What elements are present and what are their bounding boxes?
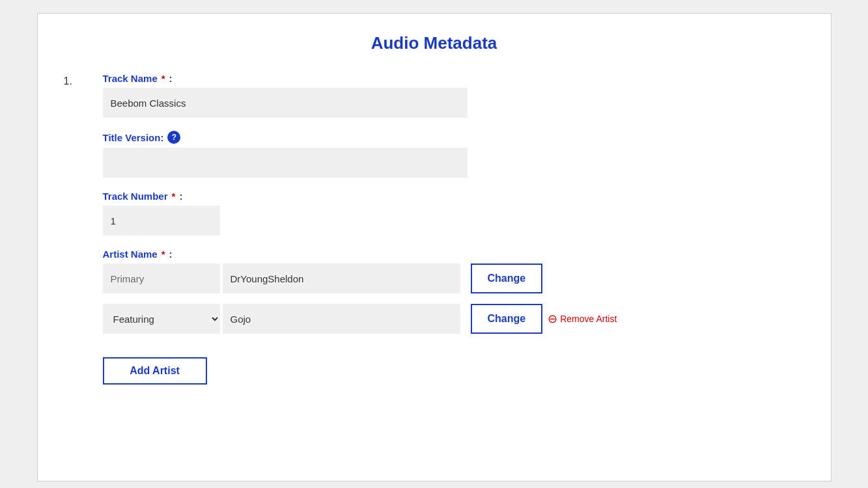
remove-artist-icon: ⊖ — [548, 313, 557, 325]
featuring-artist-name-input[interactable] — [223, 304, 460, 334]
artist-name-group: Artist Name*: Change Primary Featuring C… — [103, 249, 805, 385]
form-section: 1. Track Name*: Title Version: ? — [64, 73, 805, 398]
track-name-label-text: Track Name — [103, 73, 158, 84]
primary-artist-row: Change — [103, 264, 805, 293]
track-name-required: * — [161, 73, 165, 84]
track-name-input[interactable] — [103, 88, 468, 118]
track-number-label-text: Track Number — [103, 191, 168, 202]
artist-name-label: Artist Name*: — [103, 249, 805, 260]
page-title: Audio Metadata — [64, 33, 805, 53]
track-number-input[interactable] — [103, 206, 220, 236]
add-artist-button[interactable]: Add Artist — [103, 357, 207, 385]
featuring-artist-change-button[interactable]: Change — [471, 304, 543, 334]
track-name-group: Track Name*: — [103, 73, 805, 118]
track-number-required: * — [172, 191, 176, 202]
track-number-colon: : — [179, 191, 182, 202]
primary-artist-name-input[interactable] — [223, 264, 460, 293]
primary-artist-change-button[interactable]: Change — [471, 264, 543, 293]
track-name-label: Track Name*: — [103, 73, 805, 84]
featuring-artist-type-select[interactable]: Primary Featuring Composer Lyricist Remi… — [103, 304, 220, 334]
title-version-group: Title Version: ? — [103, 131, 805, 178]
page-container: Audio Metadata 1. Track Name*: Title Ver… — [37, 13, 832, 481]
featuring-artist-row: Primary Featuring Composer Lyricist Remi… — [103, 304, 805, 334]
title-version-label: Title Version: ? — [103, 131, 805, 144]
remove-artist-label: Remove Artist — [560, 314, 617, 324]
track-name-colon: : — [169, 73, 173, 84]
track-number-label: Track Number*: — [103, 191, 805, 202]
form-fields: Track Name*: Title Version: ? Track Numb… — [103, 73, 805, 398]
title-version-input[interactable] — [103, 148, 468, 178]
artist-name-label-text: Artist Name — [103, 249, 158, 260]
track-number-group: Track Number*: — [103, 191, 805, 236]
remove-artist-button[interactable]: ⊖ Remove Artist — [548, 313, 617, 325]
artist-name-colon: : — [169, 249, 173, 260]
primary-artist-type-input — [103, 264, 220, 293]
item-number: 1. — [64, 73, 103, 87]
title-version-label-text: Title Version: — [103, 132, 164, 143]
title-version-help-icon[interactable]: ? — [167, 131, 180, 144]
artist-name-required: * — [161, 249, 165, 260]
